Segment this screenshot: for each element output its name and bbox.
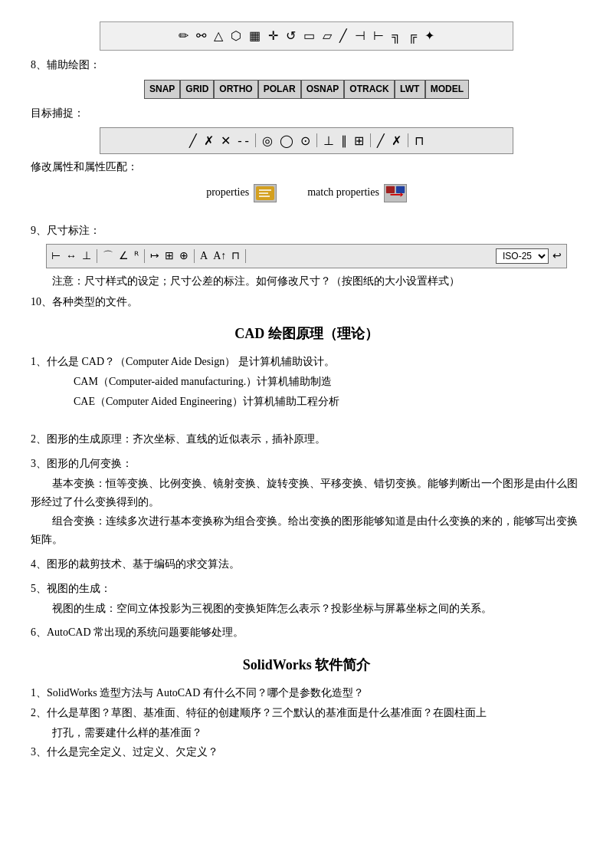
osnap-perp-icon: ⊥ [321, 130, 336, 152]
cad-item-6-text: 6、AutoCAD 常出现的系统问题要能够处理。 [31, 623, 582, 642]
snap-btn-otrack[interactable]: OTRACK [344, 80, 394, 99]
dim-div3 [194, 249, 195, 263]
svg-rect-4 [386, 186, 395, 192]
solidworks-section-title: SolidWorks 软件简介 [31, 654, 582, 676]
cad-item-4: 4、图形的裁剪技术、基于编码的求交算法。 [31, 555, 582, 574]
slash-icon: ╱ [337, 25, 349, 47]
osnap-line-icon: ╱ [187, 130, 199, 152]
dim-div4 [245, 249, 246, 263]
objsnap-label: 目标捕捉： [31, 105, 582, 122]
dimension-label: 9、尺寸标注： [31, 222, 582, 239]
osnap-magnet-icon: ⊓ [412, 130, 426, 152]
dim-box-icon: ⊓ [230, 247, 241, 265]
iso-select[interactable]: ISO-25 [496, 248, 549, 264]
cad-item-1-sub2: CAE（Computer Aided Engineering）计算机辅助工程分析 [31, 393, 582, 411]
dim-circle-icon: ⊕ [178, 247, 190, 265]
dim-div2 [144, 249, 145, 263]
sw-item-2-cont: 打孔，需要建什么样的基准面？ [31, 724, 582, 742]
cad-item-3-text: 3、图形的几何变换： [31, 455, 582, 473]
cad-item-6: 6、AutoCAD 常出现的系统问题要能够处理。 [31, 623, 582, 642]
cad-section-title: CAD 绘图原理（理论） [31, 323, 582, 345]
parallelogram-icon: ▱ [320, 25, 334, 47]
osnap-circle1-icon: ◎ [260, 130, 275, 152]
dimension-toolbar: ⊢ ↔ ⊥ ⌒ ∠ ᴿ ↦ ⊞ ⊕ A A↑ ⊓ ISO-25 ↩ [46, 244, 567, 268]
osnap-box-icon: ⊞ [352, 130, 366, 152]
sep2 [31, 416, 582, 424]
corner-tl-icon: ╔ [406, 25, 419, 47]
divider3 [370, 133, 371, 147]
osnap-line2-icon: ╱ [375, 130, 387, 152]
osnap-circle2-icon: ◯ [277, 130, 296, 152]
osnap-dash-icon: - - [235, 130, 251, 152]
cad-item-2-text: 2、图形的生成原理：齐次坐标、直线的近似表示，插补原理。 [31, 430, 582, 449]
cad-item-5-text: 5、视图的生成： [31, 580, 582, 598]
corner-tr-icon: ╗ [389, 25, 402, 47]
pencil-icon: ✏ [176, 25, 191, 47]
dim-arrow-icon2: ↔ [64, 247, 78, 265]
snap-btn-osnap[interactable]: OSNAP [301, 80, 345, 99]
arrow-right-icon: ⊢ [371, 25, 386, 47]
separator1 [31, 210, 582, 218]
objsnap-toolbar: ╱ ✗ ✕ - - ◎ ◯ ⊙ ⊥ ∥ ⊞ ╱ ✗ ⊓ [100, 127, 513, 155]
circle-icon: ⬡ [228, 25, 244, 47]
cross-icon: ✛ [266, 25, 280, 47]
sw-item-3: 3、什么是完全定义、过定义、欠定义？ [31, 743, 582, 761]
cad-item-4-text: 4、图形的裁剪技术、基于编码的求交算法。 [31, 555, 582, 574]
properties-icon [254, 184, 277, 202]
backslash-icon: ✦ [422, 25, 437, 47]
snap-btn-snap[interactable]: SNAP [144, 80, 180, 99]
rotate-icon: ↺ [284, 25, 298, 47]
dim-icon3: ⊥ [80, 247, 93, 265]
snap-btn-ortho[interactable]: ORTHO [214, 80, 257, 99]
toolbar-row-1: ✏ ⚯ △ ⬡ ▦ ✛ ↺ ▭ ▱ ╱ ⊣ ⊢ ╗ ╔ ✦ [100, 21, 513, 51]
dim-angle-icon: ∠ [117, 247, 130, 265]
match-properties-icon [384, 184, 407, 202]
properties-label: properties [206, 184, 249, 201]
divider2 [316, 133, 317, 147]
sw-item-2: 2、什么是草图？草图、基准面、特征的创建顺序？三个默认的基准面是什么基准面？在圆… [31, 704, 582, 722]
snap-btn-model[interactable]: MODEL [425, 80, 469, 99]
dim-radius-icon: ᴿ [133, 247, 140, 265]
dim-arrow-left-icon: ⊢ [50, 247, 62, 265]
arrow-left-icon: ⊣ [352, 25, 368, 47]
note1: 注意：尺寸样式的设定；尺寸公差的标注。如何修改尺寸？（按图纸的大小设置样式） [31, 273, 582, 290]
cad-item-1: 1、什么是 CAD？（Computer Aide Design） 是计算机辅助设… [31, 353, 582, 410]
dim-arrow2-icon: ↦ [149, 247, 161, 265]
cad-item-3-sub1: 基本变换：恒等变换、比例变换、镜射变换、旋转变换、平移变换、错切变换。能够判断出… [31, 475, 582, 511]
svg-rect-5 [396, 186, 405, 192]
match-properties-label: match properties [307, 184, 379, 201]
solidworks-items: 1、SolidWorks 造型方法与 AutoCAD 有什么不同？哪个是参数化造… [31, 684, 582, 761]
dim-last-icon: ↩ [551, 247, 563, 265]
dim-div1 [97, 249, 97, 263]
dim-sym-icon: ⊞ [163, 247, 175, 265]
dim-arc-icon: ⌒ [101, 247, 115, 265]
osnap-x1-icon: ✗ [202, 130, 216, 152]
osnap-x2-icon: ✕ [218, 130, 233, 152]
cad-item-5-sub1: 视图的生成：空间立体投影为三视图的变换矩阵怎么表示？投影坐标与屏幕坐标之间的关系… [31, 600, 582, 618]
link-icon: ⚯ [194, 25, 208, 47]
snap-btn-grid[interactable]: GRID [180, 80, 214, 99]
divider1 [255, 133, 256, 147]
snap-button-bar: SNAP GRID ORTHO POLAR OSNAP OTRACK LWT M… [100, 80, 513, 99]
cad-item-5: 5、视图的生成： 视图的生成：空间立体投影为三视图的变换矩阵怎么表示？投影坐标与… [31, 580, 582, 618]
dim-text-icon: A [198, 247, 209, 265]
cad-item-2: 2、图形的生成原理：齐次坐标、直线的近似表示，插补原理。 [31, 430, 582, 449]
divider4 [408, 133, 408, 147]
cad-item-3: 3、图形的几何变换： 基本变换：恒等变换、比例变换、镜射变换、旋转变换、平移变换… [31, 455, 582, 549]
triangle-icon: △ [211, 25, 225, 47]
cad-item-1-sub1: CAM（Computer-aided manufacturing.）计算机辅助制… [31, 373, 582, 391]
cad-item-3-sub2: 组合变换：连续多次进行基本变换称为组合变换。给出变换的图形能够知道是由什么变换的… [31, 512, 582, 549]
snap-label: 8、辅助绘图： [31, 57, 582, 74]
osnap-x3-icon: ✗ [389, 130, 404, 152]
properties-row: properties match properties [100, 184, 513, 202]
sw-item-1: 1、SolidWorks 造型方法与 AutoCAD 有什么不同？哪个是参数化造… [31, 684, 582, 702]
snap-btn-polar[interactable]: POLAR [258, 80, 301, 99]
note2: 10、各种类型的文件。 [31, 294, 582, 311]
osnap-parallel-icon: ∥ [339, 130, 349, 152]
osnap-circle3-icon: ⊙ [298, 130, 313, 152]
propattr-label: 修改属性和属性匹配： [31, 159, 582, 176]
match-properties-item: match properties [307, 184, 407, 202]
dim-text2-icon: A↑ [211, 247, 228, 265]
snap-btn-lwt[interactable]: LWT [395, 80, 425, 99]
rect-icon: ▭ [301, 25, 317, 47]
